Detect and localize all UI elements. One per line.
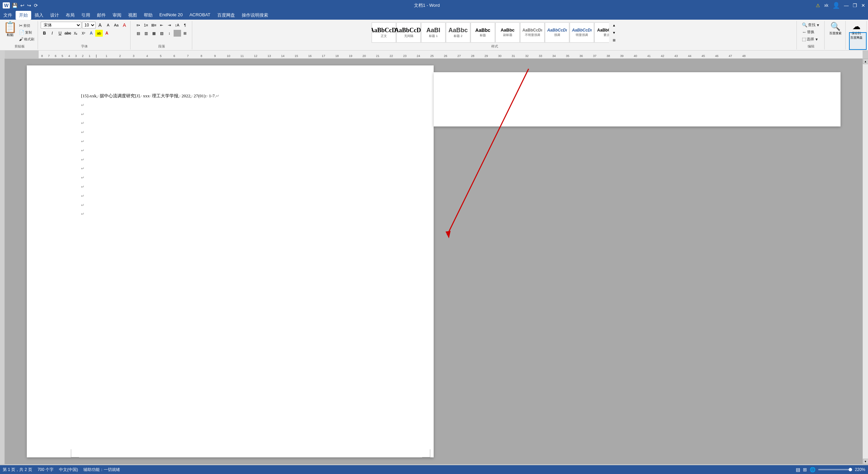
change-case-button[interactable]: Aa: [113, 22, 120, 28]
clear-format-button[interactable]: A: [121, 22, 128, 28]
style-emph[interactable]: AaBbCcDı 强调: [545, 22, 569, 43]
empty-line-1[interactable]: ↵: [81, 102, 379, 109]
bullets-button[interactable]: ≡•: [135, 22, 142, 28]
highlight-button[interactable]: ab: [95, 30, 103, 37]
text-effects-button[interactable]: A: [87, 30, 95, 37]
save-icon[interactable]: 💾: [12, 3, 18, 8]
find-button[interactable]: 🔍 查找▼: [801, 22, 821, 28]
menu-mailings[interactable]: 邮件: [94, 11, 109, 20]
view-normal-icon[interactable]: ▤: [796, 467, 800, 472]
user-icon[interactable]: 👤: [832, 2, 840, 9]
sort-button[interactable]: ↕A: [174, 22, 181, 28]
strikethrough-button[interactable]: abc: [64, 30, 72, 37]
style-subtle-emph[interactable]: AaBbCcDı 不明显强调: [520, 22, 545, 43]
multilevel-button[interactable]: ⊞≡: [150, 22, 158, 28]
menu-references[interactable]: 引用: [78, 11, 94, 20]
font-color-button[interactable]: A: [103, 30, 111, 37]
view-web-icon[interactable]: 🌐: [810, 467, 815, 472]
style-h2[interactable]: AaBbc 标题 2: [446, 22, 470, 43]
align-right-button[interactable]: ▦: [150, 30, 158, 37]
borders-button[interactable]: ⊞: [181, 30, 189, 37]
font-shrink-button[interactable]: A: [104, 22, 112, 28]
font-size-select[interactable]: 10.5: [82, 22, 96, 28]
empty-line-4[interactable]: ↵: [81, 129, 379, 136]
format-painter-button[interactable]: 🖌格式刷: [18, 36, 36, 42]
save-baidu-button[interactable]: ☁ 保存到百度网盘: [850, 22, 863, 40]
view-layout-icon[interactable]: ⊞: [803, 467, 807, 472]
empty-line-8[interactable]: ↵: [81, 165, 379, 172]
zoom-slider[interactable]: [818, 469, 852, 470]
document-area[interactable]: [15]›xxk,· 据中心流调度研究[J].· xxx· 理工大学学报,· 2…: [5, 59, 863, 464]
menu-help[interactable]: 帮助: [140, 11, 156, 20]
scroll-track[interactable]: [863, 64, 868, 459]
restore-btn[interactable]: ❐: [853, 3, 857, 8]
style-no-space[interactable]: AaBbCcDı 无间隔: [396, 22, 421, 43]
menu-layout[interactable]: 布局: [62, 11, 78, 20]
menu-endnote[interactable]: EndNote 20: [156, 11, 186, 20]
subscript-button[interactable]: X₂: [72, 30, 79, 37]
line-spacing-button[interactable]: ↕: [166, 30, 173, 37]
menu-baidu-pan[interactable]: 百度网盘: [214, 11, 238, 20]
page-2[interactable]: [434, 72, 841, 126]
empty-line-7[interactable]: ↵: [81, 156, 379, 163]
style-normal[interactable]: AaBbCcDı 正文: [372, 22, 396, 43]
font-family-select[interactable]: 宋体: [41, 22, 81, 28]
menu-view[interactable]: 视图: [125, 11, 140, 20]
style-h1[interactable]: AaBl 标题 1: [421, 22, 446, 43]
empty-line-2[interactable]: ↵: [81, 111, 379, 118]
auto-save-icon[interactable]: ⟳: [34, 3, 38, 8]
undo-icon[interactable]: ↩: [20, 3, 24, 8]
style-strong-emph[interactable]: AaBbCcDı 明显强调: [570, 22, 594, 43]
underline-button[interactable]: U: [56, 30, 64, 37]
italic-button[interactable]: I: [48, 30, 56, 37]
style-more[interactable]: ⊞: [610, 37, 618, 43]
superscript-button[interactable]: X²: [80, 30, 87, 37]
redo-icon[interactable]: ↪: [27, 3, 31, 8]
style-h3[interactable]: AaBbc 标题: [471, 22, 495, 43]
show-marks-button[interactable]: ¶: [181, 22, 189, 28]
center-button[interactable]: ▥: [142, 30, 150, 37]
decrease-indent-button[interactable]: ⇤: [158, 22, 165, 28]
menu-search[interactable]: 操作说明搜索: [238, 11, 272, 20]
empty-line-5[interactable]: ↵: [81, 138, 379, 145]
style-scroll-up[interactable]: ▲: [610, 22, 618, 28]
empty-line-6[interactable]: ↵: [81, 147, 379, 154]
empty-line-9[interactable]: ↵: [81, 174, 379, 181]
menu-file[interactable]: 文件: [0, 11, 16, 20]
bold-button[interactable]: B: [41, 30, 48, 37]
empty-line-13[interactable]: ↵: [81, 211, 379, 218]
empty-line-11[interactable]: ↵: [81, 193, 379, 200]
align-left-button[interactable]: ▤: [135, 30, 142, 37]
empty-line-3[interactable]: ↵: [81, 120, 379, 127]
increase-indent-button[interactable]: ⇥: [166, 22, 173, 28]
replace-button[interactable]: ↔ 替换: [801, 29, 816, 35]
menu-home[interactable]: 开始: [16, 11, 31, 20]
minimize-btn[interactable]: —: [844, 3, 849, 8]
menu-insert[interactable]: 插入: [31, 11, 47, 20]
para-mark-8: ↵: [81, 166, 84, 171]
menu-design[interactable]: 设计: [47, 11, 62, 20]
style-subtitle[interactable]: AaBbc 副标题: [495, 22, 520, 43]
shading-button[interactable]: [174, 30, 181, 37]
reference-line[interactable]: [15]›xxk,· 据中心流调度研究[J].· xxx· 理工大学学报,· 2…: [81, 93, 379, 100]
menu-acrobat[interactable]: ACROBAT: [186, 11, 214, 20]
justify-button[interactable]: ▧: [158, 30, 165, 37]
close-btn[interactable]: ✕: [861, 3, 865, 8]
scroll-up-button[interactable]: ▲: [863, 59, 868, 64]
select-button[interactable]: ⬚ 选择▼: [801, 36, 820, 42]
paste-button[interactable]: 📋 粘贴: [3, 22, 17, 37]
para-mark-10: ↵: [81, 184, 84, 189]
style-scroll-down[interactable]: ▼: [610, 29, 618, 36]
font-grow-button[interactable]: A: [96, 22, 104, 28]
cut-button[interactable]: ✂剪切: [18, 22, 36, 29]
numbering-button[interactable]: 1≡: [142, 22, 150, 28]
menu-review[interactable]: 审阅: [109, 11, 125, 20]
page-1[interactable]: [15]›xxk,· 据中心流调度研究[J].· xxx· 理工大学学报,· 2…: [27, 65, 434, 457]
empty-line-10[interactable]: ↵: [81, 183, 379, 191]
right-scrollbar[interactable]: ▲ ▼: [863, 59, 868, 464]
scroll-down-button[interactable]: ▼: [863, 459, 868, 464]
baidu-search-button[interactable]: 🔍 百度搜索: [829, 22, 842, 36]
style-key[interactable]: AaBbCcD 要点: [594, 22, 609, 43]
empty-line-12[interactable]: ↵: [81, 202, 379, 209]
copy-button[interactable]: 📄复制: [18, 29, 36, 36]
